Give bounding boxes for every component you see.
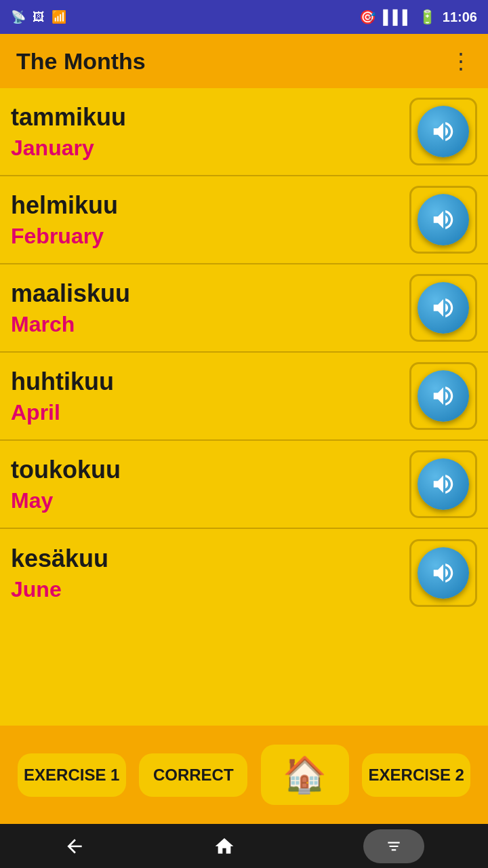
cast-icon: 📡 — [11, 9, 26, 24]
wifi-icon: 📶 — [52, 9, 66, 24]
audio-button-may[interactable] — [409, 450, 477, 518]
speaker-circle — [418, 194, 469, 245]
speaker-circle — [418, 458, 469, 510]
overflow-menu-button[interactable]: ⋮ — [450, 48, 472, 74]
app-bar: The Months ⋮ — [0, 34, 488, 88]
correct-button[interactable]: CORRECT — [139, 753, 247, 797]
exercise1-button[interactable]: EXERCISE 1 — [18, 753, 126, 797]
home-icon: 🏠 — [283, 754, 327, 795]
speaker-icon — [430, 560, 456, 586]
status-left-icons: 📡 🖼 📶 — [11, 9, 66, 24]
speaker-circle — [418, 106, 469, 157]
list-item: toukokuu May — [0, 441, 488, 529]
target-icon: 🎯 — [359, 9, 376, 25]
month-english-0: January — [11, 136, 409, 161]
month-english-1: February — [11, 224, 409, 249]
content-area: tammikuu January helmikuu February maali… — [0, 88, 488, 726]
month-text-february: helmikuu February — [11, 191, 409, 249]
android-home-button[interactable] — [214, 835, 235, 857]
list-item: huhtikuu April — [0, 353, 488, 441]
speaker-icon — [430, 207, 456, 233]
month-finnish-1: helmikuu — [11, 191, 409, 220]
battery-icon: 🔋 — [419, 9, 436, 25]
month-text-march: maaliskuu March — [11, 279, 409, 337]
month-finnish-2: maaliskuu — [11, 279, 409, 308]
month-english-5: June — [11, 577, 409, 602]
time-display: 11:06 — [443, 9, 477, 25]
audio-button-june[interactable] — [409, 539, 477, 607]
speaker-icon — [430, 295, 456, 321]
month-english-3: April — [11, 400, 409, 425]
list-item: helmikuu February — [0, 176, 488, 264]
month-text-january: tammikuu January — [11, 103, 409, 161]
audio-button-april[interactable] — [409, 362, 477, 430]
status-right-icons: 🎯 ▌▌▌ 🔋 11:06 — [359, 9, 477, 25]
speaker-circle — [418, 547, 469, 599]
back-icon — [64, 835, 85, 857]
list-item: maaliskuu March — [0, 264, 488, 353]
android-nav-bar — [0, 824, 488, 868]
audio-button-february[interactable] — [409, 186, 477, 254]
month-text-may: toukokuu May — [11, 456, 409, 513]
month-english-2: March — [11, 312, 409, 337]
exercise2-button[interactable]: EXERCISE 2 — [362, 753, 470, 797]
page-title: The Months — [16, 48, 146, 75]
month-text-april: huhtikuu April — [11, 368, 409, 425]
month-text-june: kesäkuu June — [11, 545, 409, 602]
month-finnish-4: toukokuu — [11, 456, 409, 484]
signal-bars: ▌▌▌ — [383, 9, 412, 25]
speaker-icon — [430, 119, 456, 144]
image-icon: 🖼 — [33, 10, 45, 24]
android-home-icon — [214, 835, 235, 857]
speaker-circle — [418, 282, 469, 334]
back-button[interactable] — [64, 835, 85, 857]
bottom-action-bar: EXERCISE 1 CORRECT 🏠 EXERCISE 2 — [0, 726, 488, 824]
spacer — [0, 617, 488, 678]
audio-button-march[interactable] — [409, 274, 477, 342]
list-item: tammikuu January — [0, 88, 488, 176]
audio-button-january[interactable] — [409, 98, 477, 165]
home-button[interactable]: 🏠 — [261, 745, 349, 805]
month-finnish-0: tammikuu — [11, 103, 409, 132]
month-english-4: May — [11, 488, 409, 513]
month-finnish-5: kesäkuu — [11, 545, 409, 573]
speaker-icon — [430, 383, 456, 409]
month-finnish-3: huhtikuu — [11, 368, 409, 396]
status-bar: 📡 🖼 📶 🎯 ▌▌▌ 🔋 11:06 — [0, 0, 488, 34]
speaker-circle — [418, 370, 469, 422]
speaker-icon — [430, 471, 456, 497]
recents-button[interactable] — [363, 829, 424, 863]
list-item: kesäkuu June — [0, 529, 488, 617]
recents-icon — [385, 837, 403, 855]
